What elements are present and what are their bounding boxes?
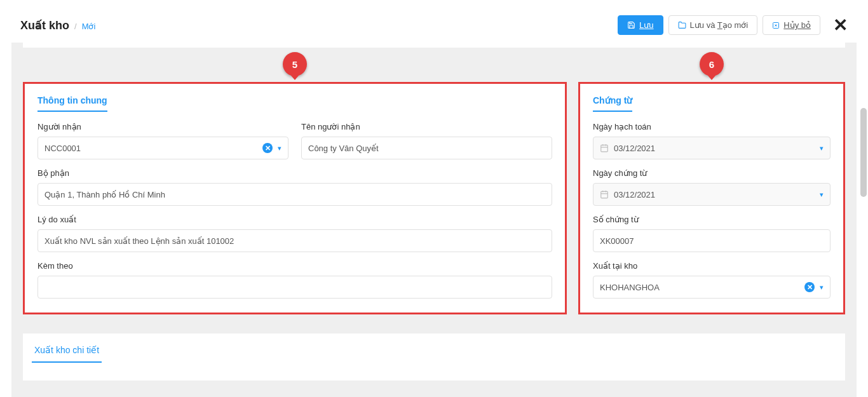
- chevron-down-icon[interactable]: ▾: [820, 283, 824, 292]
- cancel-button-label: Hủy bỏ: [783, 20, 811, 30]
- annotation-badge-6: 6: [700, 52, 724, 76]
- cancel-button[interactable]: Hủy bỏ: [763, 15, 820, 35]
- page-title: Xuất kho: [20, 18, 69, 32]
- clear-icon[interactable]: ✕: [262, 143, 273, 153]
- breadcrumb: Xuất kho / Mới: [20, 18, 95, 32]
- doc-no-value: XK00007: [600, 236, 824, 246]
- save-and-new-label: Lưu và Tạo mới: [690, 20, 749, 30]
- action-bar: Lưu Lưu và Tạo mới Hủy bỏ ✕: [618, 15, 848, 35]
- svg-rect-3: [601, 145, 608, 152]
- panels-row: 5 Thông tin chung Người nhận NCC0001 ✕ ▾…: [23, 82, 845, 314]
- recipient-name-value: Công ty Vân Quyết: [308, 144, 545, 153]
- warehouse-label: Xuất tại kho: [593, 261, 831, 271]
- detail-panel: Xuất kho chi tiết: [23, 333, 845, 380]
- department-label: Bộ phận: [37, 168, 552, 178]
- save-and-new-button[interactable]: Lưu và Tạo mới: [668, 15, 758, 35]
- save-button-label: Lưu: [639, 20, 653, 30]
- folder-icon: [678, 21, 686, 29]
- save-button[interactable]: Lưu: [618, 15, 663, 35]
- recipient-name-label: Tên người nhận: [301, 122, 552, 131]
- doc-no-label: Số chứng từ: [593, 215, 831, 224]
- reason-value: Xuất kho NVL sản xuất theo Lệnh sản xuất…: [44, 236, 545, 246]
- department-input[interactable]: Quận 1, Thành phố Hồ Chí Minh: [37, 183, 552, 206]
- tab-document[interactable]: Chứng từ: [593, 95, 632, 112]
- tab-general-info[interactable]: Thông tin chung: [37, 95, 107, 112]
- doc-date-value: 03/12/2021: [614, 190, 820, 199]
- calendar-icon: [600, 190, 609, 199]
- recipient-value: NCC0001: [44, 144, 262, 153]
- attach-input[interactable]: [37, 276, 552, 299]
- scrollbar-thumb[interactable]: [860, 108, 867, 197]
- recipient-name-input[interactable]: Công ty Vân Quyết: [301, 137, 552, 159]
- acc-date-label: Ngày hạch toán: [593, 122, 831, 131]
- recipient-label: Người nhận: [37, 122, 288, 131]
- attach-label: Kèm theo: [37, 261, 552, 271]
- save-icon: [627, 21, 635, 29]
- close-icon[interactable]: ✕: [833, 17, 848, 34]
- breadcrumb-current: Mới: [82, 22, 96, 31]
- reason-label: Lý do xuất: [37, 215, 552, 224]
- breadcrumb-separator: /: [74, 22, 77, 31]
- cancel-icon: [772, 22, 780, 29]
- reason-input[interactable]: Xuất kho NVL sản xuất theo Lệnh sản xuất…: [37, 229, 552, 252]
- doc-no-input[interactable]: XK00007: [593, 229, 831, 252]
- top-strip: [23, 43, 845, 48]
- topbar: Xuất kho / Mới Lưu Lưu và Tạo mới Hủy bỏ…: [0, 0, 868, 43]
- warehouse-select[interactable]: KHOHANGHOA ✕ ▾: [593, 276, 831, 299]
- annotation-badge-5: 5: [283, 52, 307, 76]
- acc-date-value: 03/12/2021: [614, 144, 820, 153]
- chevron-down-icon[interactable]: ▾: [820, 144, 824, 152]
- tab-detail[interactable]: Xuất kho chi tiết: [32, 345, 102, 363]
- document-panel: 6 Chứng từ Ngày hạch toán 03/12/2021 ▾: [578, 82, 845, 314]
- calendar-icon: [600, 144, 609, 152]
- chevron-down-icon[interactable]: ▾: [278, 144, 281, 152]
- chevron-down-icon[interactable]: ▾: [820, 191, 824, 199]
- content-area: 5 Thông tin chung Người nhận NCC0001 ✕ ▾…: [11, 43, 857, 397]
- clear-icon[interactable]: ✕: [804, 282, 815, 292]
- warehouse-value: KHOHANGHOA: [600, 283, 804, 292]
- general-info-panel: 5 Thông tin chung Người nhận NCC0001 ✕ ▾…: [23, 82, 567, 314]
- acc-date-picker[interactable]: 03/12/2021 ▾: [593, 137, 831, 159]
- recipient-select[interactable]: NCC0001 ✕ ▾: [37, 137, 288, 159]
- doc-date-picker[interactable]: 03/12/2021 ▾: [593, 183, 831, 206]
- svg-rect-7: [601, 191, 608, 198]
- department-value: Quận 1, Thành phố Hồ Chí Minh: [44, 190, 545, 199]
- doc-date-label: Ngày chứng từ: [593, 168, 831, 178]
